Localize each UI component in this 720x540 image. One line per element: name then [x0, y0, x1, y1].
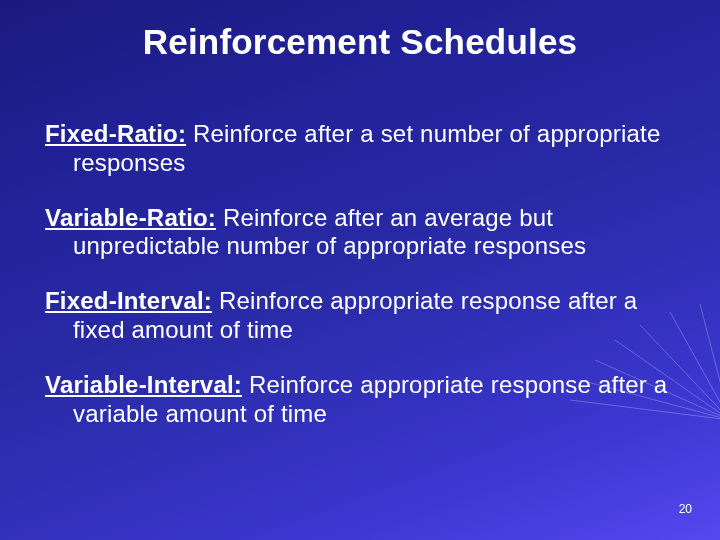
- page-number: 20: [679, 502, 692, 516]
- list-item: Fixed-Ratio: Reinforce after a set numbe…: [45, 120, 680, 178]
- list-item: Fixed-Interval: Reinforce appropriate re…: [45, 287, 680, 345]
- slide: Reinforcement Schedules Fixed-Ratio: Rei…: [0, 0, 720, 540]
- term-label: Fixed-Interval:: [45, 287, 212, 314]
- svg-line-6: [700, 304, 720, 420]
- slide-body: Fixed-Ratio: Reinforce after a set numbe…: [45, 120, 680, 454]
- slide-title: Reinforcement Schedules: [40, 22, 680, 62]
- list-item: Variable-Interval: Reinforce appropriate…: [45, 371, 680, 429]
- term-label: Variable-Interval:: [45, 371, 242, 398]
- term-label: Fixed-Ratio:: [45, 120, 186, 147]
- list-item: Variable-Ratio: Reinforce after an avera…: [45, 204, 680, 262]
- term-label: Variable-Ratio:: [45, 204, 216, 231]
